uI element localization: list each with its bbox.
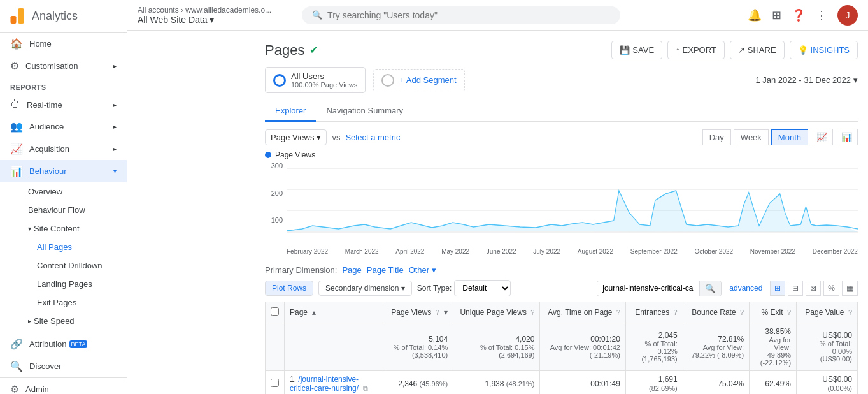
export-button[interactable]: ↑ EXPORT bbox=[667, 41, 725, 59]
summary-page-value: US$0.00 bbox=[802, 331, 852, 340]
sidebar-item-behaviour[interactable]: 📊 Behaviour ▾ bbox=[0, 160, 127, 182]
row1-unique-views-pct: (48.21%) bbox=[506, 380, 535, 388]
th-page[interactable]: Page ▴ bbox=[285, 302, 383, 323]
share-button[interactable]: ↗ SHARE bbox=[730, 41, 785, 59]
add-segment-button[interactable]: + Add Segment bbox=[373, 69, 464, 91]
search-bar[interactable]: 🔍 bbox=[302, 6, 620, 24]
table-view-button[interactable]: ⊞ bbox=[770, 281, 785, 296]
more-icon[interactable]: ⋮ bbox=[816, 8, 827, 22]
sidebar-item-home[interactable]: 🏠 Home bbox=[0, 33, 127, 55]
sidebar-subitem-landing-pages[interactable]: Landing Pages bbox=[0, 275, 127, 293]
th-page-views-label: Page Views bbox=[391, 308, 431, 317]
th-unique-page-views[interactable]: Unique Page Views ? bbox=[453, 302, 540, 323]
breadcrumb[interactable]: All accounts › www.alliedacademies.o... bbox=[138, 6, 271, 15]
x-label-may: May 2022 bbox=[441, 248, 469, 255]
row1-checkbox[interactable] bbox=[271, 379, 279, 387]
sidebar-subitem-all-pages[interactable]: All Pages bbox=[0, 238, 127, 256]
row1-unique-views-cell: 1,938 (48.21%) bbox=[453, 371, 540, 395]
insights-button[interactable]: 💡 INSIGHTS bbox=[790, 41, 858, 59]
sidebar-item-customisation-label: Customisation bbox=[25, 61, 78, 71]
row1-entrances: 1,691 bbox=[658, 375, 678, 384]
filter-input[interactable] bbox=[597, 281, 699, 295]
th-page-views[interactable]: Page Views ? ▾ bbox=[383, 302, 453, 323]
discover-icon: 🔍 bbox=[10, 360, 23, 372]
performance-view-button[interactable]: ▦ bbox=[842, 281, 858, 296]
th-bounce-rate[interactable]: Bounce Rate ? bbox=[683, 302, 749, 323]
avatar[interactable]: J bbox=[837, 5, 858, 26]
advanced-button[interactable]: advanced bbox=[727, 281, 765, 295]
search-input[interactable] bbox=[327, 10, 610, 20]
save-button[interactable]: 💾 SAVE bbox=[611, 41, 662, 59]
row1-unique-views: 1,938 bbox=[485, 379, 504, 388]
th-avg-time-help-icon: ? bbox=[616, 309, 620, 316]
active-segment[interactable]: All Users 100.00% Page Views bbox=[265, 67, 366, 93]
date-range-selector[interactable]: 1 Jan 2022 - 31 Dec 2022 ▾ bbox=[755, 75, 858, 85]
page-title: Pages bbox=[265, 42, 304, 59]
notifications-icon[interactable]: 🔔 bbox=[748, 8, 762, 22]
comparison-view-button[interactable]: ⊟ bbox=[788, 281, 803, 296]
sidebar-subitem-exit-pages[interactable]: Exit Pages bbox=[0, 293, 127, 312]
tab-navigation-summary[interactable]: Navigation Summary bbox=[316, 101, 413, 122]
bar-chart-icon-button[interactable]: 📊 bbox=[836, 129, 858, 145]
svg-rect-1 bbox=[18, 8, 24, 24]
row1-copy-icon[interactable]: ⧉ bbox=[363, 384, 368, 392]
percentage-view-button[interactable]: % bbox=[823, 281, 839, 296]
th-pct-exit[interactable]: % Exit ? bbox=[750, 302, 797, 323]
row1-page-link[interactable]: /journal-intensive-critical-care-nursing… bbox=[290, 375, 359, 393]
sidebar-item-audience[interactable]: 👥 Audience ▸ bbox=[0, 115, 127, 138]
customisation-icon: ⚙ bbox=[10, 60, 19, 72]
help-icon[interactable]: ❓ bbox=[792, 8, 806, 22]
sidebar-subitem-overview[interactable]: Overview bbox=[0, 182, 127, 201]
select-all-checkbox[interactable] bbox=[271, 307, 279, 316]
th-page-value[interactable]: Page Value ? bbox=[797, 302, 858, 323]
sidebar-subitem-site-content[interactable]: ▾ Site Content bbox=[0, 219, 127, 238]
acquisition-icon: 📈 bbox=[10, 143, 23, 155]
dim-page-option[interactable]: Page bbox=[342, 265, 361, 275]
sidebar-subitem-site-speed[interactable]: ▸ Site Speed bbox=[0, 312, 127, 330]
account-selector[interactable]: All Web Site Data ▾ bbox=[138, 15, 281, 25]
sidebar-item-admin[interactable]: ⚙ Admin bbox=[0, 378, 127, 394]
sidebar-item-attribution-label: Attribution bbox=[29, 339, 67, 349]
dim-other-option[interactable]: Other ▾ bbox=[409, 265, 436, 275]
segment-name: All Users bbox=[291, 71, 357, 81]
dim-page-title-option[interactable]: Page Title bbox=[367, 265, 404, 275]
sidebar-item-discover[interactable]: 🔍 Discover bbox=[0, 355, 127, 377]
x-label-oct: October 2022 bbox=[694, 248, 733, 255]
audience-icon: 👥 bbox=[10, 120, 23, 133]
y-label-100: 100 bbox=[265, 216, 283, 224]
pivot-view-button[interactable]: ⊠ bbox=[806, 281, 821, 296]
sort-type: Sort Type: Default Weighted bbox=[417, 280, 511, 296]
select-metric-button[interactable]: Select a metric bbox=[345, 133, 400, 142]
row1-avg-time: 00:01:49 bbox=[590, 379, 620, 388]
filter-search-button[interactable]: 🔍 bbox=[699, 281, 721, 296]
sidebar-item-attribution[interactable]: 🔗 Attribution BETA bbox=[0, 333, 127, 355]
sidebar-subitem-behaviour-flow[interactable]: Behaviour Flow bbox=[0, 201, 127, 219]
export-icon: ↑ bbox=[676, 45, 680, 55]
account-dropdown-icon: ▾ bbox=[210, 15, 214, 25]
th-entrances[interactable]: Entrances ? bbox=[625, 302, 683, 323]
expand-site-content-icon: ▾ bbox=[28, 225, 31, 232]
sort-type-select[interactable]: Default Weighted bbox=[454, 280, 511, 296]
sidebar-item-admin-label: Admin bbox=[25, 384, 49, 394]
sidebar-header: Analytics bbox=[0, 0, 127, 33]
sidebar-item-acquisition[interactable]: 📈 Acquisition ▸ bbox=[0, 138, 127, 160]
sidebar-item-realtime[interactable]: ⏱ Real-time ▸ bbox=[0, 94, 127, 115]
line-chart-icon-button[interactable]: 📈 bbox=[811, 129, 833, 145]
plot-rows-button[interactable]: Plot Rows bbox=[265, 281, 313, 296]
secondary-dimension-button[interactable]: Secondary dimension ▾ bbox=[318, 281, 412, 296]
sidebar-subitem-content-drilldown[interactable]: Content Drilldown bbox=[0, 256, 127, 275]
view-week-button[interactable]: Week bbox=[734, 129, 769, 145]
view-month-button[interactable]: Month bbox=[771, 129, 808, 145]
tab-explorer[interactable]: Explorer bbox=[265, 101, 316, 122]
th-page-value-help-icon: ? bbox=[848, 309, 852, 316]
sidebar-subitem-site-speed-label: Site Speed bbox=[34, 316, 75, 326]
summary-bounce-rate-cell: 72.81% Avg for View: 79.22% (-8.09%) bbox=[683, 323, 749, 371]
th-avg-time[interactable]: Avg. Time on Page ? bbox=[540, 302, 626, 323]
view-day-button[interactable]: Day bbox=[702, 129, 731, 145]
sidebar-item-customisation[interactable]: ⚙ Customisation ▸ bbox=[0, 55, 127, 77]
metric-dropdown[interactable]: Page Views ▾ bbox=[265, 129, 327, 145]
row1-pct-exit-cell: 62.49% bbox=[750, 371, 797, 395]
th-page-sort-icon: ▴ bbox=[312, 308, 316, 317]
x-axis-labels: February 2022 March 2022 April 2022 May … bbox=[287, 248, 858, 255]
apps-icon[interactable]: ⊞ bbox=[772, 8, 781, 22]
